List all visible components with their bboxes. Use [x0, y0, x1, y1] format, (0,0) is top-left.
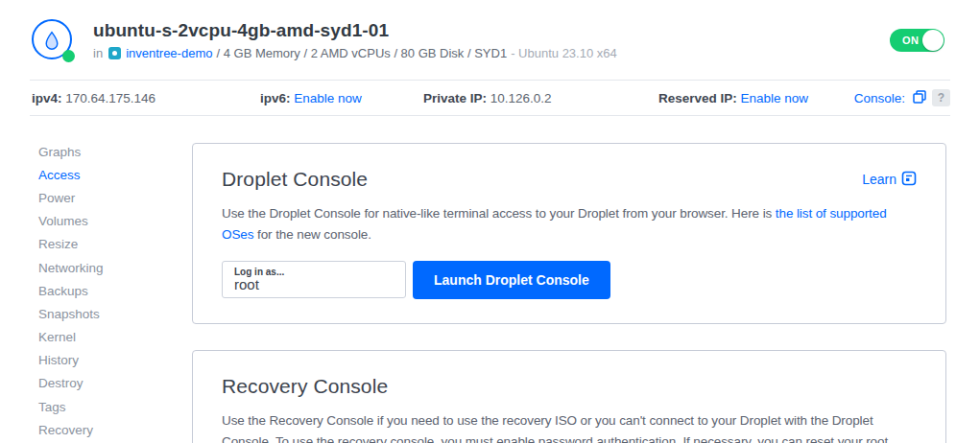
ipv4-value: 170.64.175.146 [65, 91, 155, 105]
sidebar-item-networking[interactable]: Networking [38, 256, 192, 279]
droplet-console-card: Droplet Console Learn Use the Droplet Co… [192, 143, 946, 324]
ipv4-label: ipv4: [32, 91, 62, 105]
main-area: Graphs Access Power Volumes Resize Netwo… [0, 116, 980, 443]
droplet-console-title: Droplet Console [222, 168, 368, 191]
description-text-after: for the new console. [253, 227, 370, 242]
droplet-console-card-header: Droplet Console Learn [222, 168, 917, 191]
content-column: Droplet Console Learn Use the Droplet Co… [192, 116, 946, 443]
description-text: Use the Droplet Console for native-like … [222, 206, 776, 221]
recovery-console-card-header: Recovery Console [222, 375, 917, 398]
sidebar-item-recovery[interactable]: Recovery [38, 418, 192, 441]
launch-droplet-console-button[interactable]: Launch Droplet Console [413, 261, 610, 299]
project-icon [108, 47, 121, 59]
login-as-label: Log in as... [234, 267, 394, 277]
toggle-knob-icon [922, 30, 944, 51]
learn-link-label: Learn [862, 172, 896, 187]
ipv6-enable-link[interactable]: Enable now [294, 91, 362, 105]
recovery-console-title: Recovery Console [222, 375, 388, 398]
login-as-input[interactable] [234, 277, 394, 292]
sidebar-item-history[interactable]: History [38, 349, 192, 372]
sidebar-item-backups[interactable]: Backups [38, 279, 192, 302]
console-launch-form: Log in as... Launch Droplet Console [222, 261, 917, 299]
droplet-console-description: Use the Droplet Console for native-like … [222, 203, 917, 245]
droplet-avatar [32, 19, 74, 61]
sidebar-item-kernel[interactable]: Kernel [38, 326, 192, 349]
private-ip-label: Private IP: [423, 91, 487, 105]
open-console-window-icon[interactable] [913, 90, 926, 106]
sidebar-item-snapshots[interactable]: Snapshots [38, 302, 192, 325]
sidebar-item-graphs[interactable]: Graphs [38, 140, 192, 163]
recovery-console-card: Recovery Console Use the Recovery Consol… [192, 350, 946, 443]
ipv6-label: ipv6: [260, 91, 291, 105]
private-ip-info: Private IP: 10.126.0.2 [423, 91, 552, 105]
learn-link[interactable]: Learn [862, 171, 917, 189]
sidebar-item-resize[interactable]: Resize [38, 233, 192, 256]
droplet-os: - Ubuntu 23.10 x64 [511, 46, 617, 60]
private-ip-value: 10.126.0.2 [490, 91, 552, 105]
page-title: ubuntu-s-2vcpu-4gb-amd-syd1-01 [93, 20, 617, 41]
status-online-dot [62, 50, 75, 62]
power-toggle-label: ON [902, 35, 919, 46]
droplet-nav-sidebar: Graphs Access Power Volumes Resize Netwo… [38, 116, 192, 443]
sidebar-item-power[interactable]: Power [38, 186, 192, 209]
ip-summary-bar: ipv4: 170.64.175.146 ipv6: Enable now Pr… [30, 81, 950, 116]
reserved-ip-enable-link[interactable]: Enable now [741, 91, 809, 105]
droplet-header: ubuntu-s-2vcpu-4gb-amd-syd1-01 in invent… [30, 0, 950, 81]
droplet-specs: / 4 GB Memory / 2 AMD vCPUs / 80 GB Disk… [216, 46, 507, 60]
console-link[interactable]: Console: [854, 91, 905, 105]
learn-book-icon [901, 171, 917, 189]
sidebar-item-volumes[interactable]: Volumes [38, 210, 192, 233]
sidebar-item-tags[interactable]: Tags [38, 395, 192, 418]
help-button[interactable]: ? [932, 89, 950, 106]
power-toggle[interactable]: ON [890, 29, 944, 52]
project-link[interactable]: inventree-demo [126, 46, 212, 60]
console-launcher: Console: ? [854, 89, 950, 106]
droplet-subtitle: in inventree-demo / 4 GB Memory / 2 AMD … [93, 46, 617, 60]
in-label: in [93, 46, 103, 60]
login-as-field-wrap[interactable]: Log in as... [222, 261, 406, 298]
sidebar-item-access[interactable]: Access [38, 163, 192, 186]
reserved-ip-info: Reserved IP: Enable now [658, 91, 808, 105]
ipv4-info: ipv4: 170.64.175.146 [32, 91, 155, 105]
ipv6-info: ipv6: Enable now [260, 91, 362, 105]
recovery-console-description: Use the Recovery Console if you need to … [222, 410, 917, 443]
sidebar-item-destroy[interactable]: Destroy [38, 372, 192, 395]
reserved-ip-label: Reserved IP: [658, 91, 737, 105]
title-block: ubuntu-s-2vcpu-4gb-amd-syd1-01 in invent… [93, 20, 617, 60]
